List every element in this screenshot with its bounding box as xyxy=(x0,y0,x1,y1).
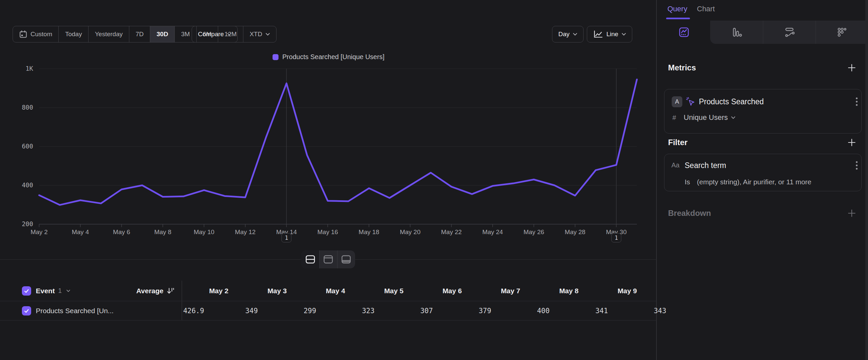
metric-card[interactable]: A Products Searched # Unique Users xyxy=(664,89,862,134)
metrics-section-title: Metrics xyxy=(668,63,696,73)
query-panel: Query Chart Metrics xyxy=(657,0,868,360)
add-metric-button[interactable] xyxy=(846,62,857,73)
filter-card[interactable]: Aa Search term Is (empty string), Air pu… xyxy=(664,154,862,191)
compare-label: Compare xyxy=(198,31,224,38)
day-column-header[interactable]: May 6 xyxy=(408,287,466,295)
range-button-xtd[interactable]: XTD xyxy=(243,26,276,42)
filter-value[interactable]: (empty string), Air purifier, or 11 more xyxy=(697,178,811,186)
x-tick-label: May 10 xyxy=(186,228,222,236)
tab-flows[interactable] xyxy=(763,21,816,44)
layout-split-rows-button[interactable] xyxy=(301,250,319,268)
tab-chart[interactable]: Chart xyxy=(697,5,715,13)
insights-tab-icon xyxy=(679,27,689,37)
check-icon xyxy=(24,288,30,294)
report-canvas: CustomTodayYesterday7D30D3M6M12MXTD Comp… xyxy=(0,0,657,360)
cursor-event-icon xyxy=(686,96,695,107)
y-tick-label: 200 xyxy=(9,220,33,227)
split-rows-icon xyxy=(305,255,315,264)
plus-icon xyxy=(847,63,856,72)
average-column-header[interactable]: Average xyxy=(84,286,175,295)
annotation-badge[interactable]: 1 xyxy=(611,233,621,243)
x-tick-label: May 16 xyxy=(309,228,346,236)
tab-retention[interactable] xyxy=(816,21,868,44)
table-header-row: Event 1 Average May 2May 3May 4May 5May … xyxy=(0,281,657,301)
chevron-down-icon xyxy=(266,33,270,36)
plus-icon xyxy=(847,138,856,147)
event-count: 1 xyxy=(58,287,62,295)
filter-kebab-menu[interactable] xyxy=(852,160,862,170)
tab-insights[interactable] xyxy=(657,21,710,44)
day-cell-value: 379 xyxy=(438,307,496,315)
chevron-down-icon xyxy=(227,33,231,36)
breakdown-table: Event 1 Average May 2May 3May 4May 5May … xyxy=(0,281,657,321)
add-breakdown-button[interactable] xyxy=(846,208,857,219)
granularity-label: Day xyxy=(558,31,569,38)
x-tick-label: May 22 xyxy=(433,228,469,236)
chevron-down-icon[interactable] xyxy=(66,289,70,292)
day-column-header[interactable]: May 4 xyxy=(291,287,350,295)
chevron-down-icon xyxy=(731,116,735,119)
chart-type-dropdown[interactable]: Line xyxy=(587,26,632,43)
row-average-value: 426.9 xyxy=(183,307,204,315)
layout-panel-bottom-button[interactable] xyxy=(337,250,355,268)
y-tick-label: 800 xyxy=(9,104,33,111)
layout-switcher xyxy=(301,250,355,268)
day-cell-value: 323 xyxy=(321,307,379,315)
range-button-today[interactable]: Today xyxy=(58,26,88,42)
legend-swatch xyxy=(273,54,279,60)
day-column-header[interactable]: May 3 xyxy=(233,287,291,295)
panel-top-icon xyxy=(323,255,333,264)
tab-query[interactable]: Query xyxy=(668,5,687,13)
add-filter-button[interactable] xyxy=(846,137,857,148)
annotation-badge[interactable]: 1 xyxy=(281,233,291,243)
legend-series-label: Products Searched [Unique Users] xyxy=(282,53,384,61)
x-tick-label: May 2 xyxy=(21,228,57,236)
kebab-menu-icon xyxy=(856,161,858,170)
text-property-badge: Aa xyxy=(672,161,679,169)
table-row: Products Searched [Un... 426.9 349299323… xyxy=(0,301,657,321)
range-button-custom[interactable]: Custom xyxy=(13,26,58,42)
granularity-dropdown[interactable]: Day xyxy=(552,26,584,43)
row-checkbox[interactable] xyxy=(22,306,31,315)
sort-desc-icon xyxy=(166,286,175,295)
kebab-menu-icon xyxy=(856,97,858,106)
filter-operator[interactable]: Is xyxy=(685,178,690,186)
x-tick-label: May 18 xyxy=(351,228,387,236)
range-button-yesterday[interactable]: Yesterday xyxy=(88,26,129,42)
panel-bottom-icon xyxy=(341,255,351,264)
breakdown-section-title: Breakdown xyxy=(668,209,711,218)
funnels-tab-icon xyxy=(731,27,742,37)
chart-type-label: Line xyxy=(607,31,618,38)
retention-tab-icon xyxy=(837,27,848,38)
x-tick-label: May 4 xyxy=(62,228,98,236)
range-button-7d[interactable]: 7D xyxy=(129,26,150,42)
compare-button[interactable]: Compare xyxy=(192,26,238,43)
day-cell-value: 349 xyxy=(204,307,262,315)
day-cell-value: 299 xyxy=(262,307,321,315)
series-line xyxy=(39,79,637,205)
x-tick-label: May 8 xyxy=(145,228,181,236)
range-button-30d[interactable]: 30D xyxy=(150,26,175,42)
aggregation-dropdown[interactable]: Unique Users xyxy=(684,113,735,122)
day-cell-value: 307 xyxy=(379,307,438,315)
filter-property-name: Search term xyxy=(685,161,726,170)
chevron-down-icon xyxy=(622,33,626,36)
plus-icon xyxy=(847,209,856,218)
active-tab-underline xyxy=(666,18,690,19)
day-column-header[interactable]: May 5 xyxy=(350,287,408,295)
select-all-checkbox[interactable] xyxy=(22,286,31,296)
tab-funnels[interactable] xyxy=(710,21,763,44)
metric-kebab-menu[interactable] xyxy=(852,96,862,107)
day-column-header[interactable]: May 9 xyxy=(583,287,642,295)
layout-panel-top-button[interactable] xyxy=(319,250,337,268)
check-icon xyxy=(24,308,30,314)
x-tick-label: May 28 xyxy=(557,228,593,236)
day-column-header[interactable]: May 2 xyxy=(175,287,233,295)
day-column-header[interactable]: May 8 xyxy=(525,287,583,295)
row-series-label: Products Searched [Un... xyxy=(36,307,114,315)
day-cell-value: 341 xyxy=(554,307,613,315)
y-tick-label: 1K xyxy=(9,65,33,72)
x-tick-label: May 26 xyxy=(516,228,552,236)
panel-scrollbar[interactable] xyxy=(865,0,868,360)
day-column-header[interactable]: May 7 xyxy=(466,287,525,295)
